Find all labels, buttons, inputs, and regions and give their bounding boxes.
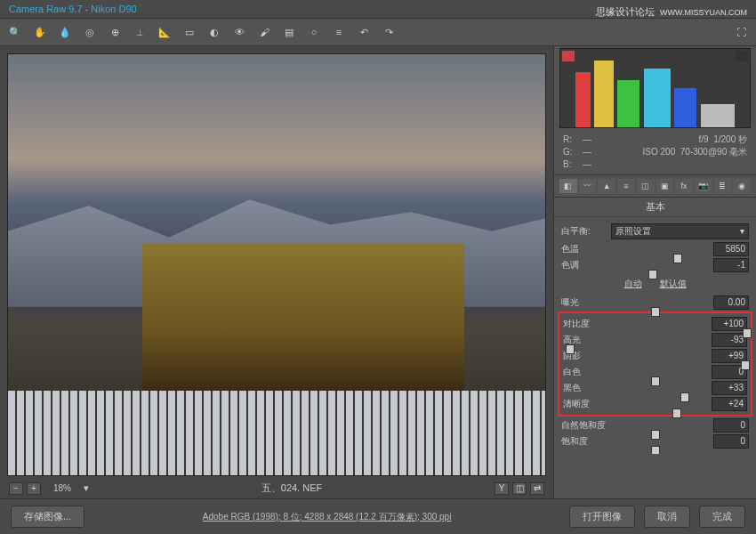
zoom-in-button[interactable]: + — [27, 482, 41, 495]
adjustments-panel: R:—f/9 1/200 秒 G:—ISO 200 70-300@90 毫米 B… — [553, 46, 756, 500]
image-preview[interactable] — [7, 53, 546, 476]
crop-icon[interactable]: ⟂ — [132, 24, 148, 40]
target-adjust-icon[interactable]: ⊕ — [107, 24, 123, 40]
contrast-label: 对比度 — [563, 318, 607, 330]
wb-label: 白平衡: — [561, 225, 606, 238]
done-button[interactable]: 完成 — [699, 506, 745, 528]
prefs-icon[interactable]: ≡ — [331, 24, 347, 40]
tab-split[interactable]: ◫ — [637, 179, 655, 193]
bottom-bar: 存储图像... Adobe RGB (1998); 8 位; 4288 x 28… — [0, 498, 756, 534]
tab-lens[interactable]: ▣ — [656, 179, 674, 193]
preview-pane: − + 18% ▾ 五、024. NEF Y ◫ ⇄ — [0, 46, 553, 500]
watermark: 思缘设计论坛 WWW.MISSYUAN.COM — [596, 5, 747, 19]
chevron-down-icon: ▾ — [740, 224, 744, 239]
radial-filter-icon[interactable]: ○ — [306, 24, 322, 40]
tab-detail[interactable]: ▲ — [598, 179, 615, 193]
tint-label: 色调 — [561, 259, 606, 271]
save-image-button[interactable]: 存储图像... — [11, 506, 84, 528]
highlight-box: 对比度+100 高光-93 阴影+99 白色0 黑色+33 — [558, 312, 752, 417]
contrast-value[interactable]: +100 — [712, 317, 747, 331]
fullscreen-icon[interactable]: ⛶ — [733, 24, 749, 40]
transform-icon[interactable]: ▭ — [181, 24, 197, 40]
grad-filter-icon[interactable]: ▤ — [281, 24, 297, 40]
wb-eyedrop-icon[interactable]: 💧 — [57, 24, 73, 40]
tab-hsl[interactable]: ≡ — [617, 179, 635, 193]
split-view-icon[interactable]: ◫ — [512, 482, 527, 495]
tab-basic[interactable]: ◧ — [559, 179, 577, 193]
spot-removal-icon[interactable]: ◐ — [206, 24, 222, 40]
hand-tool-icon[interactable]: ✋ — [32, 24, 48, 40]
workflow-options-link[interactable]: Adobe RGB (1998); 8 位; 4288 x 2848 (12.2… — [93, 511, 560, 523]
temperature-value[interactable]: 5850 — [713, 242, 749, 256]
cancel-button[interactable]: 取消 — [644, 506, 690, 528]
panel-title: 基本 — [554, 198, 756, 217]
exposure-label: 曝光 — [561, 296, 606, 309]
tab-presets[interactable]: ≣ — [714, 179, 732, 193]
before-after-y-icon[interactable]: Y — [495, 482, 509, 495]
tab-camera[interactable]: 📷 — [695, 179, 712, 193]
main-toolbar: 🔍 ✋ 💧 ◎ ⊕ ⟂ 📐 ▭ ◐ 👁 🖌 ▤ ○ ≡ ↶ ↷ ⛶ — [0, 19, 756, 46]
panel-tabs: ◧ 〰 ▲ ≡ ◫ ▣ fx 📷 ≣ ◉ — [554, 174, 756, 198]
highlight-clip-icon[interactable] — [736, 51, 748, 61]
redeye-icon[interactable]: 👁 — [231, 24, 247, 40]
rotate-cw-icon[interactable]: ↷ — [381, 24, 397, 40]
histogram[interactable] — [559, 48, 751, 128]
blacks-label: 黑色 — [563, 382, 607, 394]
vibrance-label: 自然饱和度 — [561, 419, 623, 432]
temperature-label: 色温 — [561, 243, 606, 255]
default-link[interactable]: 默认值 — [660, 278, 687, 290]
exif-readout: R:—f/9 1/200 秒 G:—ISO 200 70-300@90 毫米 B… — [554, 130, 756, 174]
wb-select[interactable]: 原照设置▾ — [611, 223, 749, 239]
tint-value[interactable]: -1 — [713, 258, 749, 272]
zoom-tool-icon[interactable]: 🔍 — [7, 24, 23, 40]
highlights-value[interactable]: -93 — [712, 333, 747, 347]
blacks-value[interactable]: +33 — [712, 381, 747, 395]
shadow-clip-icon[interactable] — [562, 51, 575, 61]
exposure-value[interactable]: 0.00 — [713, 295, 749, 310]
swap-view-icon[interactable]: ⇄ — [530, 482, 544, 495]
whites-label: 白色 — [563, 366, 607, 378]
open-image-button[interactable]: 打开图像 — [569, 506, 635, 528]
zoom-out-button[interactable]: − — [9, 482, 23, 495]
tab-fx[interactable]: fx — [675, 179, 693, 193]
zoom-level[interactable]: 18% — [44, 483, 80, 493]
rotate-ccw-icon[interactable]: ↶ — [356, 24, 372, 40]
adjust-brush-icon[interactable]: 🖌 — [256, 24, 272, 40]
vibrance-value[interactable]: 0 — [713, 418, 749, 433]
filename-label: 五、024. NEF — [96, 481, 487, 495]
zoom-dropdown-icon[interactable]: ▾ — [84, 482, 89, 494]
color-sampler-icon[interactable]: ◎ — [82, 24, 98, 40]
straighten-icon[interactable]: 📐 — [157, 24, 173, 40]
auto-link[interactable]: 自动 — [624, 278, 642, 290]
clarity-label: 清晰度 — [563, 398, 607, 410]
clarity-value[interactable]: +24 — [712, 397, 747, 411]
saturation-value[interactable]: 0 — [713, 434, 749, 449]
tab-snapshots[interactable]: ◉ — [733, 179, 751, 193]
saturation-label: 饱和度 — [561, 435, 606, 448]
tab-curve[interactable]: 〰 — [579, 179, 597, 193]
